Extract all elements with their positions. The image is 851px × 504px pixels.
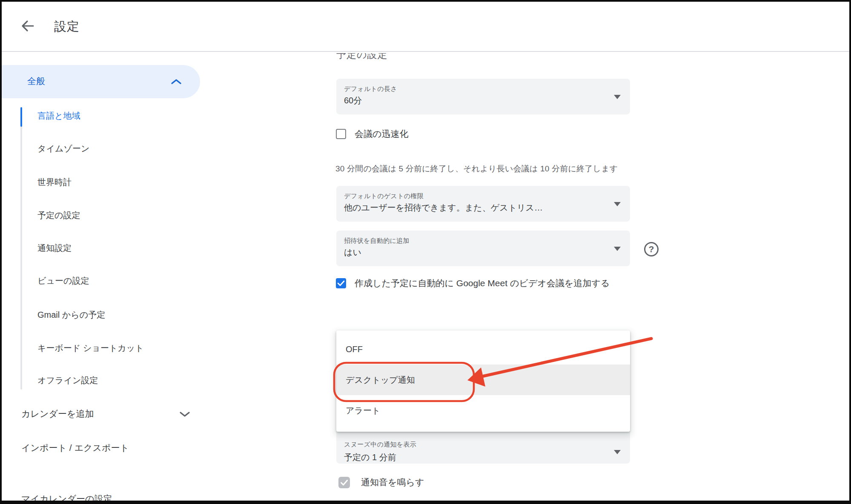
menu-option-off[interactable]: OFF [336, 334, 630, 364]
checkbox-label: 作成した予定に自動的に Google Meet のビデオ会議を追加する [355, 277, 610, 289]
menu-option-alerts[interactable]: アラート [336, 395, 630, 426]
chevron-up-icon [170, 78, 182, 87]
settings-window: 設定 全般 言語と地域 タイムゾーン 世界時計 予定の設定 通知設定 ビューの設… [0, 0, 851, 504]
page-title: 設定 [54, 18, 80, 35]
arrow-left-icon [19, 17, 37, 35]
section-heading: 予定の設定 [336, 53, 388, 61]
sidebar-section-general[interactable]: 全般 [0, 65, 200, 98]
meet-checkbox-row[interactable]: 作成した予定に自動的に Google Meet のビデオ会議を追加する [336, 277, 610, 289]
sidebar-item-import-export[interactable]: インポート / エクスポート [21, 441, 129, 455]
field-value: 60分 [344, 95, 362, 106]
sidebar-item-notification-settings[interactable]: 通知設定 [37, 241, 72, 255]
field-label: デフォルトの長さ [344, 85, 397, 93]
sidebar-item-my-calendar-settings[interactable]: マイカレンダーの設定 [21, 492, 112, 504]
sidebar-item-event-settings[interactable]: 予定の設定 [37, 208, 80, 222]
checkbox-label: 通知音を鳴らす [361, 476, 424, 488]
sidebar-item-language-region[interactable]: 言語と地域 [37, 109, 80, 122]
sidebar-active-indicator [20, 107, 22, 127]
chevron-down-icon[interactable] [179, 410, 191, 420]
speedy-meetings-checkbox-row[interactable]: 会議の迅速化 [336, 128, 409, 140]
snoozed-notifications-select[interactable]: スヌーズ中の通知を表示 予定の 1 分前 [336, 428, 630, 464]
sidebar-item-add-calendar[interactable]: カレンダーを追加 [21, 407, 94, 421]
checkbox-checked-disabled-icon [338, 477, 350, 488]
notification-dropdown-menu: OFF デスクトップ通知 アラート [336, 330, 630, 432]
field-label: 招待状を自動的に追加 [344, 237, 410, 245]
back-button[interactable] [19, 17, 37, 35]
sidebar-item-view-options[interactable]: ビューの設定 [37, 274, 89, 288]
field-label: デフォルトのゲストの権限 [344, 192, 424, 200]
menu-option-desktop-notifications[interactable]: デスクトップ通知 [336, 364, 630, 395]
sidebar-item-world-clock[interactable]: 世界時計 [37, 175, 72, 189]
help-icon[interactable]: ? [644, 242, 659, 256]
dropdown-caret-icon [614, 450, 621, 454]
guest-permissions-select[interactable]: デフォルトのゲストの権限 他のユーザーを招待できます。また、ゲストリス… [336, 186, 630, 222]
field-label: スヌーズ中の通知を表示 [344, 441, 416, 449]
default-duration-select[interactable]: デフォルトの長さ 60分 [336, 79, 630, 114]
checkbox-label: 会議の迅速化 [355, 128, 409, 140]
sidebar-item-timezone[interactable]: タイムゾーン [37, 142, 89, 155]
sound-checkbox-row[interactable]: 通知音を鳴らす [338, 476, 424, 488]
field-value: 他のユーザーを招待できます。また、ゲストリス… [344, 202, 543, 214]
sidebar-item-offline[interactable]: オフライン設定 [37, 373, 98, 387]
dropdown-caret-icon [614, 202, 621, 206]
dropdown-caret-icon [614, 247, 621, 251]
section-heading-clip: 予定の設定 [335, 53, 531, 75]
sidebar-item-keyboard-shortcuts[interactable]: キーボード ショートカット [37, 341, 144, 355]
checkbox-checked-icon[interactable] [336, 278, 346, 288]
speedy-meetings-description: 30 分間の会議は 5 分前に終了し、それより長い会議は 10 分前に終了します [335, 163, 618, 174]
header: 設定 [0, 0, 851, 52]
checkbox-unchecked-icon[interactable] [336, 129, 346, 139]
sidebar-item-events-from-gmail[interactable]: Gmail からの予定 [37, 308, 105, 322]
field-value: 予定の 1 分前 [344, 452, 396, 463]
field-value: はい [344, 247, 361, 258]
sidebar-section-label: 全般 [27, 75, 45, 87]
auto-add-invitations-select[interactable]: 招待状を自動的に追加 はい [336, 231, 630, 266]
sidebar-rail [20, 107, 22, 390]
dropdown-caret-icon [614, 95, 621, 99]
